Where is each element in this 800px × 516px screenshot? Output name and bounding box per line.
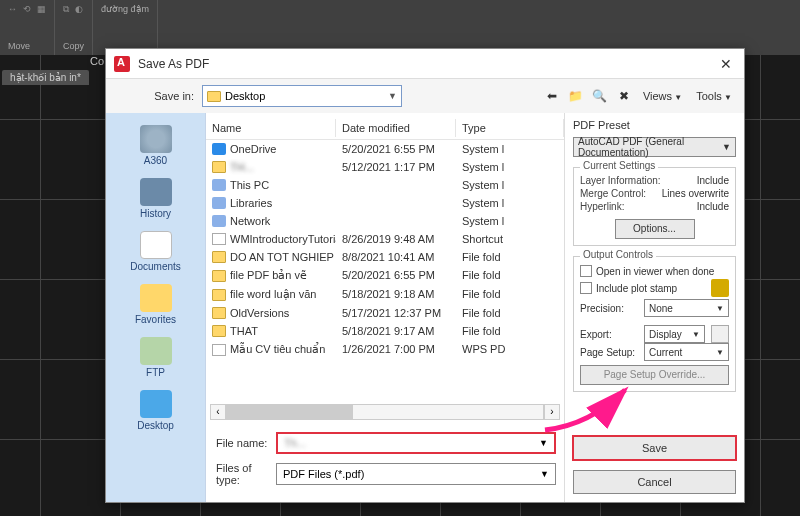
file-type-label: Files of type: (206, 462, 276, 486)
document-tab[interactable]: hật-khối bản in* (2, 70, 89, 85)
dialog-title: Save As PDF (138, 57, 716, 71)
cancel-button[interactable]: Cancel (573, 470, 736, 494)
views-menu[interactable]: Views (639, 90, 686, 102)
pdf-options-panel: PDF Preset AutoCAD PDF (General Document… (564, 113, 744, 502)
export-config-icon[interactable] (711, 325, 729, 343)
file-row[interactable]: LibrariesSystem l (206, 194, 564, 212)
file-row[interactable]: This PCSystem l (206, 176, 564, 194)
ribbon-toolbar: ↔⟲▦Move ⧉◐Copy đường đậm (0, 0, 800, 55)
file-name-label: File name: (206, 437, 276, 449)
file-row[interactable]: WMIntroductoryTutorial8/26/2019 9:48 AMS… (206, 230, 564, 248)
file-row[interactable]: THAT5/18/2021 9:17 AMFile fold (206, 322, 564, 340)
file-name-input[interactable]: Th...▼ (276, 432, 556, 454)
horizontal-scrollbar[interactable]: ‹› (206, 400, 564, 424)
pdf-preset-label: PDF Preset (573, 119, 736, 131)
place-favorites[interactable]: Favorites (111, 280, 201, 329)
stamp-icon[interactable] (711, 279, 729, 297)
file-type-dropdown[interactable]: PDF Files (*.pdf)▼ (276, 463, 556, 485)
file-row[interactable]: file PDF bản vẽ5/20/2021 6:55 PMFile fol… (206, 266, 564, 285)
file-row[interactable]: TH...5/12/2021 1:17 PMSystem l (206, 158, 564, 176)
dialog-titlebar: Save As PDF ✕ (106, 49, 744, 79)
save-in-label: Save in: (114, 90, 194, 102)
place-ftp[interactable]: FTP (111, 333, 201, 382)
back-icon[interactable]: ⬅ (543, 87, 561, 105)
save-in-dropdown[interactable]: Desktop ▼ (202, 85, 402, 107)
page-setup-override-button[interactable]: Page Setup Override... (580, 365, 729, 385)
file-row[interactable]: DO AN TOT NGHIEP8/8/2021 10:41 AMFile fo… (206, 248, 564, 266)
tools-menu[interactable]: Tools (692, 90, 736, 102)
close-button[interactable]: ✕ (716, 56, 736, 72)
autocad-icon (114, 56, 130, 72)
folder-icon (207, 91, 221, 102)
file-row[interactable]: Mẫu CV tiêu chuẩn1/26/2021 7:00 PMWPS PD (206, 340, 564, 359)
export-dropdown[interactable]: Display▼ (644, 325, 705, 343)
save-button[interactable]: Save (573, 436, 736, 460)
save-as-pdf-dialog: Save As PDF ✕ Save in: Desktop ▼ ⬅ 📁 🔍 ✖… (105, 48, 745, 503)
file-list[interactable]: Name Date modified Type OneDrive5/20/202… (206, 113, 564, 400)
options-button[interactable]: Options... (615, 219, 695, 239)
file-row[interactable]: NetworkSystem l (206, 212, 564, 230)
search-icon[interactable]: 🔍 (591, 87, 609, 105)
file-row[interactable]: OldVersions5/17/2021 12:37 PMFile fold (206, 304, 564, 322)
co-label: Co (90, 55, 104, 67)
current-settings-group: Current Settings Layer Information:Inclu… (573, 167, 736, 246)
file-row[interactable]: OneDrive5/20/2021 6:55 PMSystem l (206, 140, 564, 158)
place-documents[interactable]: Documents (111, 227, 201, 276)
file-list-header[interactable]: Name Date modified Type (206, 117, 564, 140)
places-bar: A360 History Documents Favorites FTP Des… (106, 113, 206, 502)
place-history[interactable]: History (111, 174, 201, 223)
include-plot-stamp-checkbox[interactable]: Include plot stamp (580, 279, 729, 297)
save-in-row: Save in: Desktop ▼ ⬅ 📁 🔍 ✖ Views Tools (106, 79, 744, 113)
place-desktop[interactable]: Desktop (111, 386, 201, 435)
up-icon[interactable]: 📁 (567, 87, 585, 105)
file-row[interactable]: file word luận văn5/18/2021 9:18 AMFile … (206, 285, 564, 304)
open-in-viewer-checkbox[interactable]: Open in viewer when done (580, 265, 729, 277)
page-setup-dropdown[interactable]: Current▼ (644, 343, 729, 361)
delete-icon[interactable]: ✖ (615, 87, 633, 105)
place-a360[interactable]: A360 (111, 121, 201, 170)
precision-dropdown[interactable]: None▼ (644, 299, 729, 317)
output-controls-group: Output Controls Open in viewer when done… (573, 256, 736, 392)
pdf-preset-dropdown[interactable]: AutoCAD PDF (General Documentation)▼ (573, 137, 736, 157)
